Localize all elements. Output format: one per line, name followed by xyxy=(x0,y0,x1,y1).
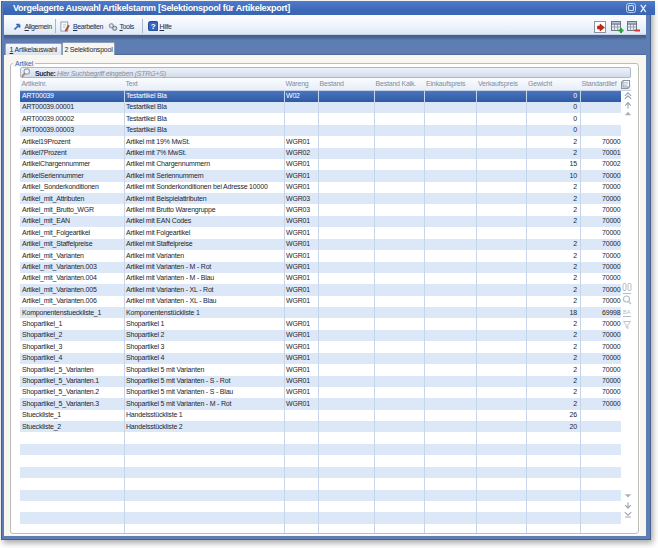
svg-text:BA: BA xyxy=(623,309,631,315)
